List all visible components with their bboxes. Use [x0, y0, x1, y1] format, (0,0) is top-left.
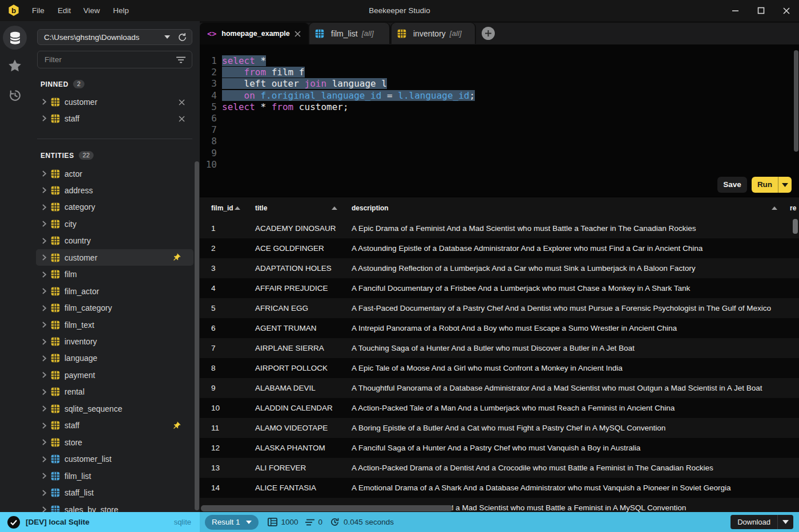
chevron-right-icon[interactable] — [39, 305, 49, 311]
save-button[interactable]: Save — [717, 177, 747, 193]
entity-item-sqlite_sequence[interactable]: sqlite_sequence — [36, 400, 193, 417]
chevron-right-icon[interactable] — [39, 271, 49, 278]
table-row[interactable]: 10ALADDIN CALENDARA Action-Packed Tale o… — [200, 398, 799, 418]
column-header-title[interactable]: title — [245, 197, 342, 219]
entity-item-actor[interactable]: actor — [36, 165, 193, 182]
download-button[interactable]: Download — [731, 515, 793, 529]
sort-arrow-icon[interactable] — [772, 206, 777, 210]
table-row[interactable]: 14ALICE FANTASIAA Emotional Drama of a A… — [200, 478, 799, 498]
table-row[interactable]: 6AGENT TRUMANA Intrepid Panorama of a Ro… — [200, 318, 799, 338]
entity-item-payment[interactable]: payment — [36, 367, 193, 383]
tab-film_list[interactable]: film_list[all] — [309, 23, 389, 44]
table-row[interactable]: 11ALAMO VIDEOTAPEA Boring Epistle of a B… — [200, 418, 799, 438]
column-header-re[interactable]: re — [785, 197, 799, 219]
entity-item-inventory[interactable]: inventory — [36, 334, 193, 350]
history-rail-button[interactable] — [0, 86, 30, 104]
table-row[interactable]: 2ACE GOLDFINGERA Astounding Epistle of a… — [200, 238, 799, 258]
entity-item-film_actor[interactable]: film_actor — [36, 283, 193, 299]
unpin-button[interactable] — [178, 115, 185, 125]
unpin-button[interactable] — [178, 98, 185, 108]
connection-select[interactable]: C:\Users\ghstng\Downloads — [37, 29, 192, 45]
entity-item-film[interactable]: film — [36, 266, 193, 283]
chevron-right-icon[interactable] — [39, 254, 49, 261]
chevron-right-icon[interactable] — [39, 423, 49, 429]
entity-item-category[interactable]: category — [36, 199, 193, 216]
download-dropdown[interactable] — [778, 520, 793, 524]
table-row[interactable]: 12ALASKA PHANTOMA Fanciful Saga of a Hun… — [200, 438, 799, 458]
sort-arrow-icon[interactable] — [235, 206, 240, 210]
pinned-item-staff[interactable]: staff — [36, 110, 193, 127]
entity-item-city[interactable]: city — [36, 216, 193, 232]
maximize-icon — [757, 7, 765, 14]
chevron-right-icon[interactable] — [39, 115, 49, 121]
entity-item-film_list[interactable]: film_list — [36, 468, 193, 484]
close-button[interactable] — [773, 0, 799, 21]
run-dropdown[interactable] — [778, 177, 792, 193]
entity-item-staff_list[interactable]: staff_list — [36, 485, 193, 501]
table-icon — [315, 29, 324, 38]
chevron-right-icon[interactable] — [39, 204, 49, 210]
table-row[interactable]: 13ALI FOREVERA Action-Packed Drama of a … — [200, 458, 799, 478]
chevron-right-icon[interactable] — [39, 322, 49, 328]
chevron-right-icon[interactable] — [39, 355, 49, 362]
tab-inventory[interactable]: inventory[all] — [392, 23, 475, 44]
new-tab-button[interactable] — [482, 27, 495, 40]
chevron-right-icon[interactable] — [39, 288, 49, 294]
table-icon — [51, 438, 60, 447]
maximize-button[interactable] — [748, 0, 774, 21]
sql-editor[interactable]: 1select *2 from film f3 left outer join … — [200, 44, 799, 197]
chevron-right-icon[interactable] — [39, 99, 49, 105]
table-row[interactable]: 7AIRPLANE SIERRAA Touching Saga of a Hun… — [200, 338, 799, 358]
chevron-right-icon — [41, 355, 47, 362]
entity-item-film_category[interactable]: film_category — [36, 300, 193, 316]
table-row[interactable]: 8AIRPORT POLLOCKA Epic Tale of a Moose A… — [200, 358, 799, 378]
chevron-right-icon[interactable] — [39, 405, 49, 412]
pinned-item-customer[interactable]: customer — [36, 94, 193, 110]
chevron-right-icon[interactable] — [39, 170, 49, 177]
entity-item-language[interactable]: language — [36, 350, 193, 367]
refresh-icon[interactable] — [177, 33, 187, 42]
results-horizontal-scrollbar[interactable] — [201, 505, 453, 511]
chevron-right-icon[interactable] — [39, 490, 49, 496]
chevron-right-icon[interactable] — [39, 238, 49, 244]
chevron-right-icon[interactable] — [39, 456, 49, 462]
entity-item-store[interactable]: store — [36, 434, 193, 450]
pin-icon[interactable] — [172, 421, 181, 433]
entity-item-film_text[interactable]: film_text — [36, 316, 193, 333]
chevron-right-icon[interactable] — [39, 439, 49, 445]
result-selector[interactable]: Result 1 — [205, 515, 259, 530]
chevron-right-icon[interactable] — [39, 221, 49, 227]
column-header-description[interactable]: description — [342, 197, 785, 219]
table-row[interactable]: 9ALABAMA DEVILA Thoughtful Panorama of a… — [200, 378, 799, 398]
entity-item-address[interactable]: address — [36, 182, 193, 198]
entity-item-rental[interactable]: rental — [36, 384, 193, 400]
entity-item-staff[interactable]: staff — [36, 417, 193, 434]
chevron-right-icon[interactable] — [39, 389, 49, 395]
chevron-right-icon[interactable] — [39, 473, 49, 479]
chevron-right-icon[interactable] — [39, 339, 49, 345]
tab-homepage_example[interactable]: <>homepage_example — [200, 23, 308, 44]
results-vertical-scrollbar[interactable] — [793, 219, 798, 234]
sidebar-scrollbar[interactable] — [195, 161, 199, 510]
close-tab-button[interactable] — [294, 30, 301, 38]
table-row[interactable]: 5AFRICAN EGGA Fast-Paced Documentary of … — [200, 298, 799, 318]
editor-scrollbar[interactable] — [794, 50, 798, 152]
filter-input[interactable]: Filter — [37, 51, 192, 68]
connection-name[interactable]: [DEV] local Sqlite — [26, 518, 90, 526]
pin-icon[interactable] — [172, 253, 181, 265]
column-header-film_id[interactable]: film_id — [200, 197, 245, 219]
favorites-rail-button[interactable] — [0, 56, 30, 75]
database-rail-button[interactable] — [0, 26, 30, 50]
entity-item-customer_list[interactable]: customer_list — [36, 451, 193, 468]
table-row[interactable]: 4AFFAIR PREJUDICEA Fanciful Documentary … — [200, 278, 799, 298]
sort-arrow-icon[interactable] — [332, 206, 337, 210]
chevron-right-icon[interactable] — [39, 372, 49, 378]
table-row[interactable]: 3ADAPTATION HOLESA Astounding Reflection… — [200, 258, 799, 278]
entity-item-country[interactable]: country — [36, 233, 193, 249]
minimize-button[interactable] — [722, 0, 748, 21]
entity-item-customer[interactable]: customer — [36, 249, 193, 266]
chevron-right-icon[interactable] — [39, 187, 49, 193]
table-row[interactable]: 1ACADEMY DINOSAURA Epic Drama of a Femin… — [200, 218, 799, 238]
run-button[interactable]: Run — [752, 177, 792, 193]
record-count-value: 1000 — [281, 518, 298, 526]
